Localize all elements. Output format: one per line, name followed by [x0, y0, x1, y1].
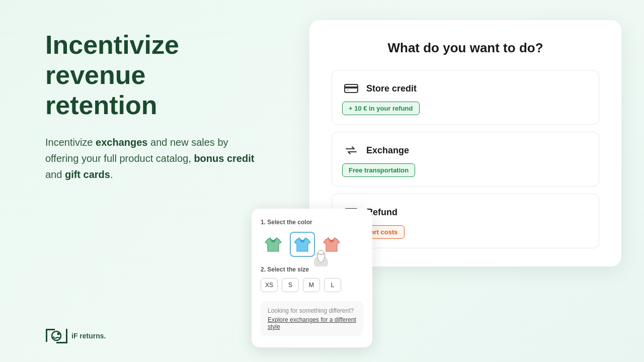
size-xs[interactable]: XS: [261, 278, 278, 292]
store-credit-icon: [342, 79, 360, 98]
color-options: [261, 232, 363, 257]
color-pink[interactable]: [319, 232, 344, 257]
logo-text: iF returns.: [71, 332, 106, 340]
exchange-subcard: 1. Select the color 2. Select the size X…: [252, 209, 372, 347]
svg-rect-1: [46, 329, 55, 330]
left-panel: Incentivize revenue retention Incentiviz…: [45, 30, 262, 183]
step1-label: 1. Select the color: [261, 219, 363, 226]
size-s[interactable]: S: [282, 278, 299, 292]
step2-label: 2. Select the size: [261, 266, 363, 273]
color-blue[interactable]: [290, 232, 315, 257]
explore-section: Looking for something different? Explore…: [261, 301, 363, 336]
main-title: Incentivize revenue retention: [45, 30, 262, 120]
size-m[interactable]: M: [303, 278, 320, 292]
exchange-label: Exchange: [366, 145, 409, 156]
svg-rect-8: [345, 86, 358, 88]
store-credit-badge: + 10 € in your refund: [342, 102, 420, 115]
logo: iF returns.: [45, 325, 106, 347]
option-exchange[interactable]: Exchange Free transportation: [332, 132, 599, 187]
explore-hint: Looking for something different?: [268, 307, 356, 314]
exchange-badge: Free transportation: [342, 163, 415, 177]
svg-point-4: [52, 331, 61, 340]
color-green[interactable]: [261, 232, 286, 257]
explore-link[interactable]: Explore exchanges for a different style: [268, 316, 356, 330]
main-card-title: What do you want to do?: [332, 40, 599, 56]
svg-rect-3: [66, 329, 67, 342]
svg-point-5: [57, 333, 60, 335]
exchange-icon: [342, 141, 360, 159]
size-options: XS S M L: [261, 278, 363, 292]
description: Incentivize exchanges and new sales by o…: [45, 134, 262, 183]
svg-rect-0: [46, 329, 47, 342]
logo-icon: [45, 325, 67, 347]
store-credit-label: Store credit: [366, 83, 417, 94]
size-l[interactable]: L: [324, 278, 341, 292]
svg-rect-9: [346, 89, 349, 90]
svg-rect-2: [56, 342, 67, 343]
option-store-credit[interactable]: Store credit + 10 € in your refund: [332, 70, 599, 125]
